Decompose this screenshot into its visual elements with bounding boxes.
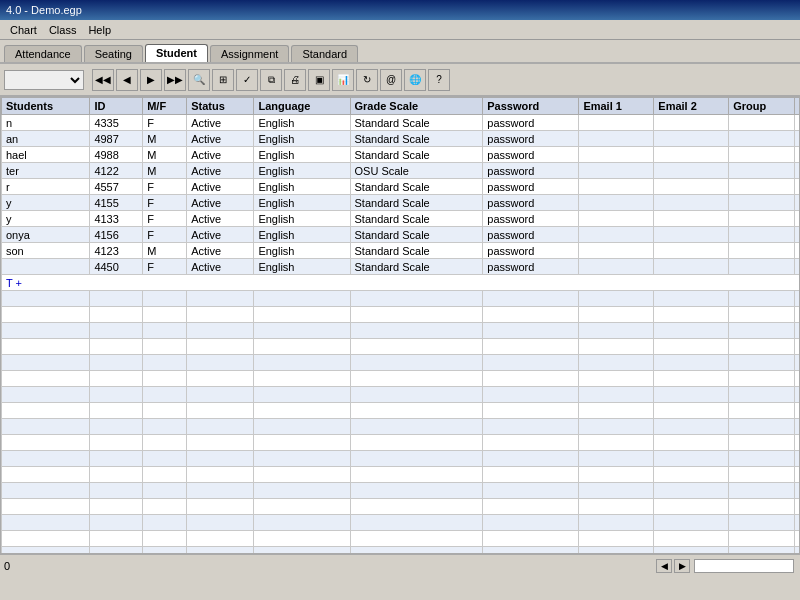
table-cell[interactable]: Standard Scale (350, 115, 483, 131)
grid-btn[interactable]: ⊞ (212, 69, 234, 91)
table-cell[interactable] (654, 195, 729, 211)
table-cell[interactable] (729, 163, 795, 179)
table-cell[interactable]: hael (2, 147, 90, 163)
table-cell[interactable]: Active (187, 243, 254, 259)
prev-btn[interactable]: ◀ (116, 69, 138, 91)
table-cell[interactable] (654, 131, 729, 147)
table-cell[interactable] (654, 243, 729, 259)
table-cell[interactable]: OSU Scale (350, 163, 483, 179)
table-row[interactable]: ter4122MActiveEnglishOSU ScalepasswordMo (2, 163, 801, 179)
table-row[interactable]: onya4156FActiveEnglishStandard Scalepass… (2, 227, 801, 243)
table-cell[interactable]: ter (2, 163, 90, 179)
last-btn[interactable]: ▶▶ (164, 69, 186, 91)
table-cell[interactable]: English (254, 259, 350, 275)
table-cell[interactable] (729, 227, 795, 243)
table-cell[interactable]: password (483, 179, 579, 195)
table-cell[interactable]: M (143, 243, 187, 259)
table-cell[interactable]: Active (187, 179, 254, 195)
table-cell[interactable] (795, 115, 800, 131)
table-cell[interactable]: F (143, 227, 187, 243)
menu-chart[interactable]: Chart (4, 23, 43, 37)
add-row[interactable]: T + (2, 275, 801, 291)
table-cell[interactable] (729, 259, 795, 275)
nav-tab-attendance[interactable]: Attendance (4, 45, 82, 62)
table-cell[interactable]: onya (2, 227, 90, 243)
table-cell[interactable] (729, 131, 795, 147)
table-cell[interactable] (654, 179, 729, 195)
table-cell[interactable]: Active (187, 259, 254, 275)
print-btn[interactable]: 🖨 (284, 69, 306, 91)
table-cell[interactable] (579, 243, 654, 259)
table-cell[interactable]: Active (187, 227, 254, 243)
web-btn[interactable]: 🌐 (404, 69, 426, 91)
chart-btn[interactable]: 📊 (332, 69, 354, 91)
email-btn[interactable]: @ (380, 69, 402, 91)
table-cell[interactable]: English (254, 131, 350, 147)
table-cell[interactable]: y (2, 211, 90, 227)
table-cell[interactable] (729, 115, 795, 131)
table-cell[interactable] (729, 211, 795, 227)
table-cell[interactable]: 4123 (90, 243, 143, 259)
table-cell[interactable]: 4335 (90, 115, 143, 131)
table-cell[interactable]: F (143, 115, 187, 131)
table-cell[interactable] (795, 163, 800, 179)
table-cell[interactable]: English (254, 195, 350, 211)
table-cell[interactable]: password (483, 211, 579, 227)
table-cell[interactable] (654, 259, 729, 275)
table-cell[interactable] (795, 147, 800, 163)
table-cell[interactable]: password (483, 195, 579, 211)
table-cell[interactable] (729, 195, 795, 211)
add-row-label[interactable]: T + (2, 275, 801, 291)
nav-tab-standard[interactable]: Standard (291, 45, 358, 62)
next-btn[interactable]: ▶ (140, 69, 162, 91)
table-cell[interactable] (729, 243, 795, 259)
refresh-btn[interactable]: ↻ (356, 69, 378, 91)
table-cell[interactable]: English (254, 115, 350, 131)
table-cell[interactable]: password (483, 243, 579, 259)
table-cell[interactable]: password (483, 259, 579, 275)
table-cell[interactable] (654, 115, 729, 131)
table-cell[interactable]: 4988 (90, 147, 143, 163)
export-btn[interactable]: ▣ (308, 69, 330, 91)
table-cell[interactable]: Active (187, 195, 254, 211)
horizontal-scrollbar[interactable] (694, 559, 794, 573)
table-cell[interactable]: 4557 (90, 179, 143, 195)
table-cell[interactable] (579, 179, 654, 195)
check-btn[interactable]: ✓ (236, 69, 258, 91)
table-cell[interactable] (654, 227, 729, 243)
table-cell[interactable]: 4122 (90, 163, 143, 179)
scroll-right-btn[interactable]: ▶ (674, 559, 690, 573)
table-row[interactable]: y4133FActiveEnglishStandard Scalepasswor… (2, 211, 801, 227)
nav-tab-assignment[interactable]: Assignment (210, 45, 289, 62)
table-cell[interactable]: 4450 (90, 259, 143, 275)
table-cell[interactable]: Active (187, 163, 254, 179)
table-cell[interactable]: Standard Scale (350, 179, 483, 195)
table-container[interactable]: Students ID M/F Status Language Grade Sc… (0, 96, 800, 554)
table-cell[interactable]: English (254, 211, 350, 227)
table-cell[interactable]: Standard Scale (350, 131, 483, 147)
table-cell[interactable] (579, 195, 654, 211)
table-cell[interactable] (2, 259, 90, 275)
table-cell[interactable]: r (2, 179, 90, 195)
table-row[interactable]: an4987MActiveEnglishStandard Scalepasswo… (2, 131, 801, 147)
table-cell[interactable]: M (143, 163, 187, 179)
table-cell[interactable] (795, 227, 800, 243)
table-cell[interactable] (795, 195, 800, 211)
table-cell[interactable]: 4156 (90, 227, 143, 243)
table-cell[interactable] (729, 147, 795, 163)
table-cell[interactable]: Standard Scale (350, 243, 483, 259)
table-cell[interactable] (579, 147, 654, 163)
table-cell[interactable]: Standard Scale (350, 259, 483, 275)
table-row[interactable]: r4557FActiveEnglishStandard Scalepasswor… (2, 179, 801, 195)
table-cell[interactable]: Active (187, 147, 254, 163)
table-cell[interactable] (579, 131, 654, 147)
table-cell[interactable]: Standard Scale (350, 147, 483, 163)
table-cell[interactable] (654, 147, 729, 163)
table-cell[interactable]: English (254, 227, 350, 243)
scroll-left-btn[interactable]: ◀ (656, 559, 672, 573)
nav-tab-seating[interactable]: Seating (84, 45, 143, 62)
table-cell[interactable]: M (143, 131, 187, 147)
table-cell[interactable]: son (2, 243, 90, 259)
table-cell[interactable]: English (254, 163, 350, 179)
table-cell[interactable]: 4133 (90, 211, 143, 227)
